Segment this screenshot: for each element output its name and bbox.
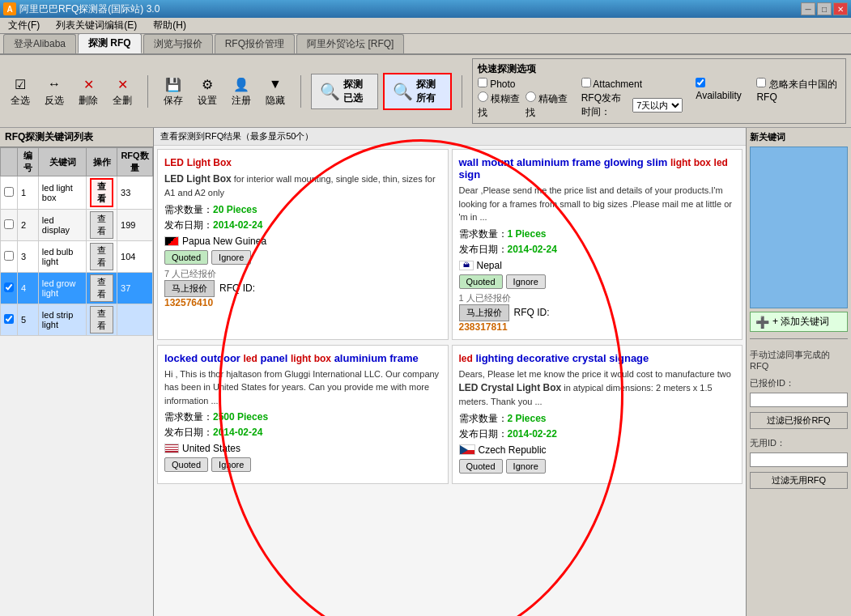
days-select[interactable]: 7天以内 [632, 98, 683, 113]
query-button[interactable]: 查看 [90, 274, 113, 302]
bid-btn-2[interactable]: 马上报价 [459, 304, 509, 321]
tab-browse[interactable]: 浏览与报价 [143, 34, 213, 53]
row-keyword: led grow light [38, 273, 86, 304]
rfq-title-2[interactable]: wall mount aluminium frame glowing slim … [459, 156, 736, 181]
keyword-table: 编号 关键词 操作 RFQ数量 1 led light box 查看 33 [0, 147, 153, 336]
menu-edit[interactable]: 列表关键词编辑(E) [51, 17, 142, 34]
col-check [1, 148, 18, 176]
minimize-button[interactable]: ─ [801, 2, 815, 15]
rfq-card-2: wall mount aluminium frame glowing slim … [452, 149, 743, 340]
row-id: 4 [18, 273, 39, 304]
quoted-btn-2[interactable]: Quoted [459, 274, 503, 289]
row-count: 104 [117, 241, 153, 273]
title-bar: A 阿里巴巴RFQ探测器(国际站) 3.0 ─ □ ✕ [0, 0, 851, 18]
menu-help[interactable]: 帮助(H) [148, 17, 191, 34]
row-check[interactable] [1, 241, 18, 273]
bid-btn-1[interactable]: 马上报价 [164, 280, 215, 297]
explore-all-button[interactable]: 🔍 探测所有 [383, 73, 452, 110]
register-button[interactable]: 👤 注册 [226, 72, 257, 110]
row-op[interactable]: 查看 [87, 241, 117, 273]
hide-button[interactable]: ▼ 隐藏 [260, 72, 291, 110]
quoted-btn-4[interactable]: Quoted [459, 459, 503, 474]
quick-options-title: 快速探测选项 [478, 62, 840, 76]
select-all-icon: ☑ [11, 74, 30, 94]
row-id: 5 [18, 304, 39, 336]
row-check[interactable] [1, 273, 18, 304]
rfq-date-1: 发布日期：2014-02-24 [164, 219, 441, 232]
fuzzy-option[interactable]: 模糊查找 [478, 91, 521, 120]
row-check[interactable] [1, 210, 18, 241]
center-panel: 查看探测到RFQ结果（最多显示50个） LED Light Box LED Li… [154, 128, 746, 616]
rfq-id-2: 238317811 [459, 321, 736, 333]
row-op[interactable]: 查看 [87, 304, 117, 336]
row-op[interactable]: 查看 [87, 273, 117, 304]
restore-button[interactable]: □ [817, 2, 832, 15]
row-op[interactable]: 查看 [87, 210, 117, 241]
invert-button[interactable]: ↔ 反选 [39, 72, 70, 110]
row-op[interactable]: 查看 [87, 176, 117, 210]
quoted-btn-1[interactable]: Quoted [164, 250, 208, 265]
query-button[interactable]: 查看 [90, 243, 113, 270]
rfq-date-4: 发布日期：2014-02-22 [459, 427, 736, 441]
ignore-btn-2[interactable]: Ignore [506, 274, 546, 289]
table-row[interactable]: 3 led bulb light 查看 104 [1, 241, 153, 273]
delete-all-button[interactable]: ✕ 全删 [107, 72, 138, 110]
keyword-list-title: RFQ探测关键词列表 [0, 128, 153, 147]
precise-option[interactable]: 精确查找 [525, 91, 568, 120]
rfq-qty-2: 需求数量：1 Pieces [459, 227, 736, 241]
query-button[interactable]: 查看 [90, 178, 113, 207]
close-button[interactable]: ✕ [833, 2, 848, 15]
settings-button[interactable]: ⚙ 设置 [192, 72, 223, 110]
save-button[interactable]: 💾 保存 [158, 72, 189, 110]
photo-option[interactable]: Photo [478, 78, 568, 90]
add-keyword-button[interactable]: ➕ + 添加关键词 [750, 312, 848, 332]
query-button[interactable]: 查看 [90, 306, 113, 333]
ignore-btn-3[interactable]: Ignore [211, 457, 251, 472]
attachment-option[interactable]: Attachment [581, 78, 683, 90]
rfq-id-1: 132576410 [164, 297, 441, 308]
ignore-btn-1[interactable]: Ignore [211, 250, 251, 265]
filter-reported-button[interactable]: 过滤已报价RFQ [750, 412, 848, 429]
availability-option[interactable]: Availability [696, 78, 743, 101]
select-all-button[interactable]: ☑ 全选 [5, 72, 36, 110]
useless-id-input[interactable] [750, 452, 848, 467]
row-keyword: led display [38, 210, 86, 241]
col-id: 编号 [18, 148, 39, 176]
rfq-body-3: Hi , This is thor hjaltason from Gluggi … [164, 367, 441, 408]
explore-selected-button[interactable]: 🔍 探测已选 [311, 74, 378, 109]
table-row[interactable]: 4 led grow light 查看 37 [1, 273, 153, 304]
tab-rfq-manage[interactable]: RFQ报价管理 [215, 34, 295, 53]
tab-forum[interactable]: 阿里外贸论坛 [RFQ] [296, 34, 404, 53]
menu-file[interactable]: 文件(F) [3, 17, 45, 34]
query-button[interactable]: 查看 [90, 211, 113, 239]
rfq-date-2: 发布日期：2014-02-24 [459, 243, 736, 257]
flag-us [164, 444, 179, 453]
reported-id-input[interactable] [750, 393, 848, 407]
rfq-title-4[interactable]: led lighting decorative crystal signage [459, 352, 736, 364]
delete-button[interactable]: ✕ 删除 [73, 72, 104, 110]
rfq-body-2: Dear ,Please send me the price list and … [459, 184, 736, 224]
toolbar: ☑ 全选 ↔ 反选 ✕ 删除 ✕ 全删 💾 保存 ⚙ [0, 55, 851, 128]
tab-login[interactable]: 登录Alibaba [3, 34, 76, 53]
keyword-input-area[interactable] [750, 147, 848, 308]
table-row[interactable]: 5 led strip light 查看 [1, 304, 153, 336]
ignore-btn-4[interactable]: Ignore [506, 459, 546, 474]
table-row[interactable]: 2 led display 查看 199 [1, 210, 153, 241]
row-check[interactable] [1, 176, 18, 210]
publish-time-label: RFQ发布时间： [581, 91, 630, 119]
row-keyword: led light box [38, 176, 86, 210]
row-check[interactable] [1, 304, 18, 336]
rfq-title-1[interactable]: LED Light Box [164, 156, 441, 168]
app-title: 阿里巴巴RFQ探测器(国际站) 3.0 [19, 2, 160, 16]
app-icon: A [3, 2, 16, 15]
tab-explore-rfq[interactable]: 探测 RFQ [78, 33, 142, 53]
reported-id-label: 已报价ID： [750, 377, 848, 389]
rfq-title-3[interactable]: locked outdoor led panel light box alumi… [164, 352, 441, 364]
quoted-btn-3[interactable]: Quoted [164, 457, 208, 472]
rfq-qty-4: 需求数量：2 Pieces [459, 412, 736, 426]
rfq-card-3: locked outdoor led panel light box alumi… [157, 345, 449, 484]
ignore-china-option[interactable]: 忽略来自中国的RFQ [756, 79, 836, 103]
table-row[interactable]: 1 led light box 查看 33 [1, 176, 153, 210]
filter-useless-button[interactable]: 过滤无用RFQ [750, 472, 848, 489]
results-scroll[interactable]: LED Light Box LED Light Box for interior… [154, 146, 746, 616]
